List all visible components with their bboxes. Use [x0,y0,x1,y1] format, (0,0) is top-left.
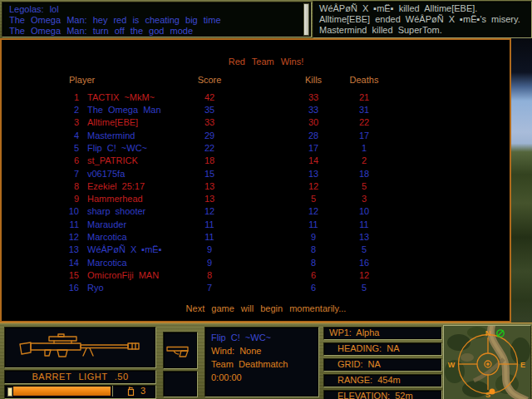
score-row: 16Ryo765 [2,282,510,294]
killfeed-message: WéÂPøÑ X ▪mË▪ killed Alltime[EBE]. [315,3,530,14]
magazine-icon [126,387,136,397]
score-row: 3Alltime[EBE]333022 [2,116,510,129]
chat-panel: Legolas: lol The Omega Man: hey red is c… [2,2,312,37]
top-bar: Legolas: lol The Omega Man: hey red is c… [0,0,532,38]
score-row: 14Marcotica9816 [2,256,510,268]
waypoint-dot-icon [490,389,495,395]
chat-message: Legolas: lol [4,4,303,15]
killfeed-message: Mastermind killed SuperTom. [315,25,530,36]
compass-west-label: W [448,361,456,369]
player-deaths: 5 [346,244,382,254]
player-deaths: 11 [346,219,382,229]
player-score: 9 [178,244,241,254]
chat-scrollbar[interactable] [303,3,309,36]
player-score: 11 [178,219,241,229]
player-deaths: 16 [346,258,382,268]
player-rank: 6 [2,155,81,165]
player-score: 13 [178,181,241,191]
player-name: Marcotica [81,232,178,242]
player-name: WéÂPøÑ X ▪mË▪ [81,244,178,254]
player-rank: 16 [2,283,81,293]
player-name: OmicronFiji MAN [81,270,178,280]
player-rank: 3 [2,117,81,127]
player-name: Alltime[EBE] [81,117,178,127]
player-rank: 9 [2,194,81,204]
player-kills: 33 [281,92,346,102]
player-score: 7 [178,283,241,293]
player-kills: 12 [281,206,346,216]
player-kills: 30 [281,117,346,127]
match-timer: 0:00:00 [211,371,318,384]
player-deaths: 13 [346,232,382,242]
player-score: 13 [178,194,241,204]
player-kills: 6 [281,270,346,280]
waypoint-row: HEADING: NA [323,342,442,356]
heading-label: HEADING: NA [324,343,441,355]
score-row: 10sharp shooter121210 [2,205,510,218]
player-deaths: 2 [346,155,382,165]
hud-bar: BARRET LIGHT .50 3 [0,323,532,399]
equipment-slot-panel [163,371,198,397]
score-row: 13WéÂPøÑ X ▪mË▪985 [2,244,510,256]
player-kills: 5 [281,194,346,204]
world-viewport-strip [511,38,532,323]
killfeed-message: Alltime[EBE] ended WéÂPøÑ X ▪mË▪'s miser… [315,14,530,25]
player-kills: 28 [281,131,346,140]
player-rank: 11 [2,219,81,229]
player-kills: 6 [281,283,346,293]
score-row: 6st_PATRICK18142 [2,155,510,167]
compass-rose [459,335,518,394]
player-score: 9 [178,258,241,268]
player-kills: 12 [281,181,346,191]
player-name: The Omega Man [81,105,178,115]
player-score: 29 [178,131,241,140]
player-deaths: 5 [346,181,382,191]
player-deaths: 17 [346,131,382,140]
column-header-deaths: Deaths [332,75,396,85]
score-row: 15OmicronFiji MAN8612 [2,268,510,281]
weapon-name: BARRET LIGHT .50 [32,372,128,382]
wind-status: Wind: None [211,344,318,357]
status-player-name: Flip C! ~WC~ [211,331,318,344]
score-row: 4Mastermind292817 [2,129,510,141]
score-row: 5Flip C! ~WC~22171 [2,141,510,154]
scoreboard-panel: Red Team Wins! Player Score Kills Deaths… [0,38,511,323]
player-deaths: 22 [346,117,382,127]
range-label: RANGE: 454m [324,375,441,387]
waypoint-panel: WP1: Alpha HEADING: NA GRID: NA RANGE: 4… [323,327,442,399]
player-rank: 14 [2,258,81,268]
player-kills: 14 [281,155,346,165]
compass-north-label: N [485,329,491,337]
player-rank: 8 [2,181,81,191]
player-kills: 11 [281,219,346,229]
player-name: TACTIX ~MkM~ [81,92,178,102]
score-row: 1TACTIX ~MkM~423321 [2,91,510,103]
player-kills: 17 [281,143,346,153]
grid-label: GRID: NA [324,359,441,371]
player-kills: 8 [281,244,346,254]
player-name: st_PATRICK [81,155,178,165]
score-row: 2The Omega Man353331 [2,103,510,116]
player-rank: 5 [2,143,81,153]
player-deaths: 10 [346,206,382,216]
elevation-label: ELEVATION: 52m [324,391,441,399]
player-rank: 2 [2,105,81,115]
player-name: Hammerhead [81,194,178,204]
player-kills: 9 [281,232,346,242]
game-mode: Team Deathmatch [211,357,318,371]
pistol-icon [165,343,194,357]
player-score: 8 [178,270,241,280]
magazine-count: 3 [140,386,145,397]
player-name: sharp shooter [81,206,178,216]
player-name: Flip C! ~WC~ [81,143,178,153]
player-score: 33 [178,117,241,127]
player-name: Marcotica [81,258,178,268]
chat-message: The Omega Man: hey red is cheating big t… [4,15,303,26]
killfeed-panel: WéÂPøÑ X ▪mË▪ killed Alltime[EBE]. Allti… [313,1,532,38]
player-kills: 33 [281,105,346,115]
column-header-score: Score [178,75,241,85]
player-score: 15 [178,169,241,179]
player-rank: 13 [2,244,81,254]
score-row: 7v06175fa151318 [2,167,510,180]
player-name: v06175fa [81,169,178,179]
